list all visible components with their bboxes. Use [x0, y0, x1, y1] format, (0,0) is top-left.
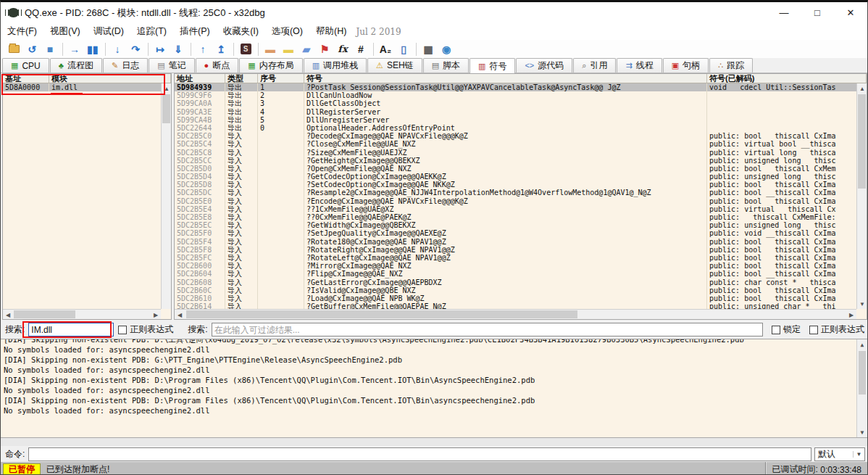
scroll-left-icon[interactable]: ◀ — [3, 310, 13, 320]
symbol-row[interactable]: 5DC2B5D8导入?SetCodecOption@CxImage@@QAE_N… — [175, 181, 856, 189]
symbol-row[interactable]: 5DC2B5DC导入?Resample2@CxImage@@QAE_NJJW4I… — [175, 189, 856, 197]
column-header-基址[interactable]: 基址 — [3, 74, 49, 83]
scroll-thumb[interactable] — [186, 310, 577, 318]
scroll-down-icon[interactable]: ▼ — [857, 299, 867, 309]
symbol-row[interactable]: 5D99CA0A导出3DllGetClassObject — [175, 99, 856, 107]
scylla-icon[interactable]: S — [237, 41, 254, 57]
calculator-icon[interactable]: ▦ — [420, 41, 437, 57]
symbols-hscrollbar[interactable]: ◀ ▶ — [175, 309, 856, 319]
symbol-row[interactable]: 5DC2B5F0导入?SetJpegQuality@CxImage@@QAEXE… — [175, 229, 856, 237]
menu-item-选项[interactable]: 选项(O) — [265, 23, 309, 40]
symbol-row[interactable]: 5DC2B5E0导入?Encode@CxImage@@QAE_NPAVCxFil… — [175, 197, 856, 205]
module-row[interactable]: 5D8A0000im.dll — [3, 83, 161, 91]
comment-icon[interactable]: ▬ — [280, 41, 297, 57]
tab-流程图[interactable]: ♣流程图 — [50, 58, 102, 73]
scroll-right-icon[interactable]: ▶ — [151, 310, 161, 320]
step-into-icon[interactable]: ↓ — [109, 41, 126, 57]
column-header-符号(已解码)[interactable]: 符号(已解码) — [707, 74, 867, 83]
menu-item-文件[interactable]: 文件(F) — [1, 23, 43, 40]
tab-跟踪[interactable]: ∴跟踪 — [709, 58, 753, 73]
regex-checkbox[interactable]: 正则表达式 — [118, 323, 173, 336]
symbol-row[interactable]: 5D99CA4B导出5DllUnregisterServer — [175, 116, 856, 124]
scroll-up-icon[interactable]: ▲ — [857, 83, 867, 94]
scroll-right-icon[interactable]: ▶ — [846, 310, 856, 320]
hash-icon[interactable]: # — [352, 41, 370, 57]
menu-item-帮助[interactable]: 帮助(H) — [309, 23, 353, 40]
scroll-up-icon[interactable]: ▲ — [857, 339, 867, 350]
pause-icon[interactable]: ▮▮ — [84, 41, 101, 57]
regex2-checkbox[interactable]: 正则表达式 — [809, 323, 864, 336]
symbol-row[interactable]: 5DC2B5D0导入?Open@CxMemFile@@QAE_NXZpublic… — [175, 165, 856, 173]
symbol-row[interactable]: 5DC2B614导入?GetBuffer@CxMemFile@@QAEPAE_N… — [175, 302, 856, 309]
symbol-row[interactable]: 5DC2B5C8导入?Size@CxMemFile@@UAEJXZpublic:… — [175, 149, 856, 157]
switch-window-icon[interactable]: ▯ — [395, 41, 412, 57]
tab-CPU[interactable]: ▦CPU — [2, 58, 49, 73]
menu-item-插件[interactable]: 插件(P) — [173, 23, 217, 40]
profile-dropdown[interactable]: 默认 ▼ — [814, 447, 865, 461]
symbol-row[interactable]: 5DC2B60C导入?IsValid@CxImage@@QBE_NXZpubli… — [175, 286, 856, 294]
column-header-类型[interactable]: 类型 — [225, 74, 258, 83]
scroll-thumb[interactable] — [859, 351, 866, 395]
restart-icon[interactable]: ↺ — [23, 41, 41, 57]
symbol-row[interactable]: 5DC2B5D4导入?GetCodecOption@CxImage@@QAEKK… — [175, 173, 856, 181]
tab-日志[interactable]: ✎日志 — [103, 58, 148, 73]
open-file-icon[interactable] — [5, 41, 22, 57]
menu-item-收藏夹[interactable]: 收藏夹(I) — [217, 23, 265, 40]
tab-线程[interactable]: ⇉线程 — [617, 58, 662, 73]
symbol-row[interactable]: 5DC2B5C0导入?Decode@CxImage@@QAE_NPAVCxFil… — [175, 132, 856, 140]
scroll-thumb[interactable] — [162, 94, 170, 123]
function-icon[interactable]: fx — [334, 41, 351, 57]
maximize-button[interactable]: □ — [801, 2, 834, 23]
log-vscrollbar[interactable]: ▲ ▼ — [856, 339, 867, 437]
checkbox-icon[interactable] — [809, 326, 818, 334]
symbol-row[interactable]: 5DC2B600导入?Mirror@CxImage@@QAE_NXZpublic… — [175, 262, 856, 270]
execute-till-return-icon[interactable]: ↑ — [194, 41, 212, 57]
menu-item-视图[interactable]: 视图(V) — [43, 23, 87, 40]
symbols-vscrollbar[interactable]: ▲ ▼ — [856, 83, 867, 309]
label-icon[interactable]: ▰ — [298, 41, 315, 57]
column-header-序号[interactable]: 序号 — [258, 74, 304, 83]
symbol-row[interactable]: 5DC2B5E4导入??1CxMemFile@@UAE@XZpublic: vi… — [175, 205, 856, 213]
symbol-row[interactable]: 5DC2B5F8导入?RotateRight@CxImage@@QAE_NPAV… — [175, 246, 856, 254]
scroll-up-icon[interactable]: ▲ — [162, 83, 172, 94]
tab-笔记[interactable]: ▤笔记 — [149, 58, 194, 73]
run-to-cursor-icon[interactable]: ↦ — [151, 41, 169, 57]
tab-内存布局[interactable]: ▦内存布局 — [239, 58, 302, 73]
tab-源代码[interactable]: <>源代码 — [516, 58, 572, 73]
chevron-down-icon[interactable]: ▼ — [853, 451, 864, 458]
lock-checkbox[interactable]: 锁定 — [772, 323, 801, 336]
internet-icon[interactable]: ◉ — [438, 41, 455, 57]
menu-item-追踪[interactable]: 追踪(T) — [130, 23, 173, 40]
search-input[interactable] — [28, 323, 114, 336]
bookmark-icon[interactable]: ⚑ — [316, 41, 333, 57]
filter-input[interactable] — [212, 323, 763, 336]
symbol-row[interactable]: 5DC2B5E8导入??0CxMemFile@@QAE@PAEK@Zpublic… — [175, 213, 856, 221]
step-out-icon[interactable]: ⇓ — [170, 41, 187, 57]
tab-脚本[interactable]: ▤脚本 — [423, 58, 469, 73]
modules-vscrollbar[interactable]: ▲ — [161, 83, 171, 309]
tab-符号[interactable]: ▥符号 — [470, 58, 515, 73]
checkbox-icon[interactable] — [118, 326, 127, 334]
modules-hscrollbar[interactable]: ◀ ▶ — [3, 309, 161, 319]
symbol-row[interactable]: 5DC2B5FC导入?RotateLeft@CxImage@@QAE_NPAV1… — [175, 254, 856, 262]
column-header-地址[interactable]: 地址 — [175, 74, 225, 83]
symbol-row[interactable]: 5D99C9F6导出2DllCanUnloadNow — [175, 91, 856, 99]
tab-SEH链[interactable]: ⚠SEH链 — [367, 58, 422, 73]
symbol-row[interactable]: 5DC2B5C4导入?Close@CxMemFile@@UAE_NXZpubli… — [175, 140, 856, 148]
tab-调用堆栈[interactable]: ▥调用堆栈 — [304, 58, 367, 73]
symbol-row[interactable]: 5DC2B5F4导入?Rotate180@CxImage@@QAE_NPAV1@… — [175, 238, 856, 246]
run-icon[interactable]: → — [66, 41, 83, 57]
symbol-row[interactable]: 5DC2B610导入?Load@CxImage@@QAE_NPB_WK@Zpub… — [175, 294, 856, 302]
tab-引用[interactable]: ⌕引用 — [573, 58, 616, 73]
menu-item-调试[interactable]: 调试(D) — [87, 23, 130, 40]
command-input[interactable] — [28, 447, 811, 461]
scroll-down-icon[interactable]: ▼ — [857, 427, 867, 437]
log-hscrollbar[interactable] — [1, 438, 867, 446]
step-over-icon[interactable]: ↷ — [127, 41, 144, 57]
symbol-row[interactable]: 5DC2B5EC导入?GetWidth@CxImage@@QBEKXZpubli… — [175, 221, 856, 229]
symbol-row[interactable]: 5DC2B608导入?GetLastError@CxImage@@QAEPBDX… — [175, 278, 856, 286]
scroll-thumb[interactable] — [858, 94, 866, 189]
column-header-模块[interactable]: 模块 — [49, 74, 171, 83]
minimize-button[interactable]: — — [767, 2, 801, 23]
symbol-row[interactable]: 5D99CA3E导出4DllRegisterServer — [175, 108, 856, 116]
